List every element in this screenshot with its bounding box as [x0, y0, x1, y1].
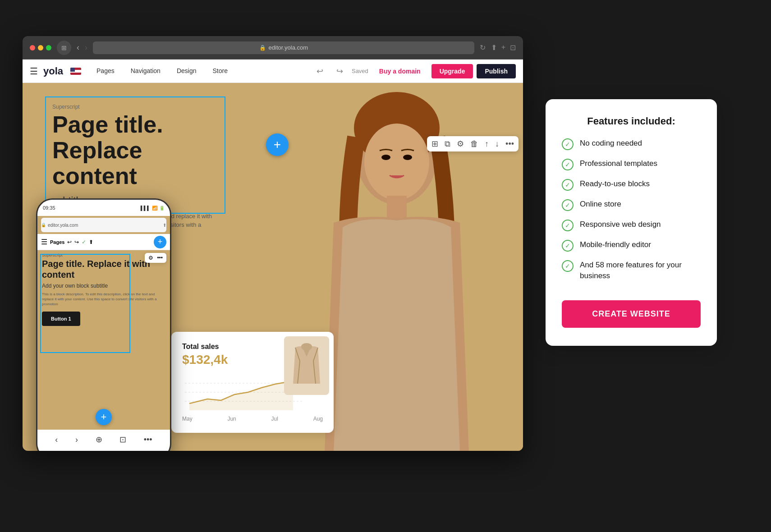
phone-share-icon[interactable]: ⬆ [89, 239, 93, 245]
feature-text-3: Ready-to-use blocks [580, 179, 650, 189]
browser-actions: ⬆ + ⊡ [491, 43, 516, 52]
check-icon-4: ✓ [562, 199, 574, 211]
feature-text-6: Mobile-friendly editor [580, 239, 651, 250]
check-icon-6: ✓ [562, 240, 574, 252]
browser-window: ⊞ ‹ › 🔒 editor.yola.com ↻ ⬆ + ⊡ ☰ yola P… [23, 36, 523, 451]
settings-icon[interactable]: ⚙ [457, 139, 464, 149]
features-title: Features included: [562, 115, 701, 127]
create-website-button[interactable]: CREATE WEBSITE [562, 300, 701, 328]
phone-check-icon[interactable]: ✓ [82, 239, 86, 245]
phone-back-icon[interactable]: ‹ [55, 435, 58, 445]
saved-status: Saved [352, 68, 368, 74]
fullscreen-button[interactable] [46, 45, 51, 50]
yola-toolbar: ☰ yola Pages Navigation Design Store ↩ ↪… [23, 60, 523, 83]
feature-item-6: ✓ Mobile-friendly editor [562, 239, 701, 252]
phone-url: editor.yola.com [48, 223, 78, 228]
yola-logo: yola [43, 65, 63, 77]
sales-card: Total sales $132,4k May Jun Jul Aug [171, 332, 334, 433]
reload-icon[interactable]: ↻ [480, 43, 486, 52]
add-block-button[interactable]: + [266, 133, 289, 156]
phone-more-icon[interactable]: ••• [157, 255, 163, 261]
phone-settings-icon[interactable]: ⚙ [148, 255, 153, 261]
more-icon[interactable]: ••• [505, 139, 514, 149]
check-icon-5: ✓ [562, 220, 574, 231]
editor-area: ⊞ ⧉ ⚙ 🗑 ↑ ↓ ••• + [23, 83, 523, 451]
hero-superscript: Superscript [52, 104, 218, 110]
publish-button[interactable]: Publish [477, 64, 516, 78]
phone-redo-icon[interactable]: ↪ [74, 239, 79, 245]
phone-signal-icon: ▌▌▌ [141, 206, 150, 211]
floating-toolbar: ⊞ ⧉ ⚙ 🗑 ↑ ↓ ••• [427, 136, 519, 151]
svg-point-3 [364, 124, 429, 200]
undo-button[interactable]: ↩ [312, 63, 328, 79]
feature-text-5: Responsive web design [580, 219, 661, 230]
feature-text-4: Online store [580, 199, 621, 210]
menu-icon[interactable]: ☰ [30, 66, 38, 77]
share-icon[interactable]: ⬆ [491, 43, 497, 52]
buy-domain-button[interactable]: Buy a domain [372, 64, 428, 78]
jacket-image [284, 336, 329, 395]
check-icon-3: ✓ [562, 179, 574, 191]
tab-icon: ⊞ [57, 41, 71, 55]
phone-add-button[interactable]: + [154, 236, 166, 248]
toolbar-nav: Pages Navigation Design Store [88, 60, 312, 83]
image-icon[interactable]: ⊞ [431, 139, 438, 149]
phone-time: 09:35 [43, 205, 55, 211]
svg-marker-10 [189, 381, 293, 410]
url-text: editor.yola.com [269, 44, 308, 51]
phone-undo-icon[interactable]: ↩ [67, 239, 72, 245]
check-icon-1: ✓ [562, 138, 574, 150]
phone-mockup: 09:35 ▌▌▌ 📶 🔋 🔒 editor.yola.com ⬆ ☰ [36, 198, 171, 451]
feature-text-2: Professional templates [580, 158, 657, 169]
hero-content-wrapper: Superscript Page title. Replace content … [45, 96, 225, 214]
phone-screen: 09:35 ▌▌▌ 📶 🔋 🔒 editor.yola.com ⬆ ☰ [37, 200, 170, 451]
nav-store[interactable]: Store [204, 60, 235, 83]
traffic-lights [30, 45, 51, 50]
phone-content: ⚙ ••• Superscript Page title. Replace it… [37, 250, 170, 430]
phone-menu-nav-icon[interactable]: ••• [144, 435, 152, 445]
back-icon[interactable]: ‹ [77, 43, 79, 52]
forward-icon[interactable]: › [85, 43, 87, 52]
hero-title: Page title. Replace content [52, 112, 218, 189]
minimize-button[interactable] [38, 45, 43, 50]
tabs-icon[interactable]: ⊡ [510, 43, 516, 52]
phone-add-block-button[interactable]: + [96, 409, 112, 425]
svg-point-6 [403, 155, 412, 160]
feature-item-1: ✓ No coding needed [562, 138, 701, 150]
feature-text-7: And 58 more features for your business [580, 260, 701, 281]
nav-design[interactable]: Design [169, 60, 205, 83]
address-bar[interactable]: 🔒 editor.yola.com [93, 41, 474, 54]
feature-item-2: ✓ Professional templates [562, 158, 701, 170]
phone-menu-icon[interactable]: ☰ [41, 238, 47, 246]
phone-bottom-bar: ‹ › ⊕ ⊡ ••• [37, 430, 170, 449]
check-icon-2: ✓ [562, 159, 574, 170]
feature-item-4: ✓ Online store [562, 199, 701, 211]
phone-wifi-icon: 📶 [152, 206, 157, 211]
phone-battery-icon: 🔋 [159, 206, 165, 211]
delete-icon[interactable]: 🗑 [470, 139, 478, 149]
feature-item-3: ✓ Ready-to-use blocks [562, 179, 701, 191]
phone-selection-box [40, 254, 130, 353]
browser-chrome: ⊞ ‹ › 🔒 editor.yola.com ↻ ⬆ + ⊡ [23, 36, 523, 60]
move-up-icon[interactable]: ↑ [485, 139, 489, 149]
features-panel: Features included: ✓ No coding needed ✓ … [546, 99, 717, 346]
svg-point-12 [301, 343, 312, 350]
new-tab-icon[interactable]: + [501, 43, 505, 52]
phone-address-bar[interactable]: 🔒 editor.yola.com ⬆ [41, 218, 166, 232]
move-down-icon[interactable]: ↓ [495, 139, 499, 149]
duplicate-icon[interactable]: ⧉ [445, 139, 450, 149]
check-icon-7: ✓ [562, 260, 574, 272]
close-button[interactable] [30, 45, 35, 50]
nav-pages[interactable]: Pages [88, 60, 123, 83]
upgrade-button[interactable]: Upgrade [431, 64, 473, 78]
phone-status-bar: 09:35 ▌▌▌ 📶 🔋 [37, 200, 170, 216]
nav-navigation[interactable]: Navigation [123, 60, 169, 83]
feature-text-1: No coding needed [580, 138, 642, 149]
feature-item-7: ✓ And 58 more features for your business [562, 260, 701, 281]
phone-add-nav-icon[interactable]: ⊕ [96, 435, 102, 445]
redo-button[interactable]: ↪ [332, 63, 348, 79]
phone-mini-toolbar: ⚙ ••• [145, 253, 166, 263]
phone-tabs-icon[interactable]: ⊡ [119, 435, 126, 445]
language-flag[interactable] [70, 68, 81, 75]
phone-forward-icon[interactable]: › [75, 435, 78, 445]
